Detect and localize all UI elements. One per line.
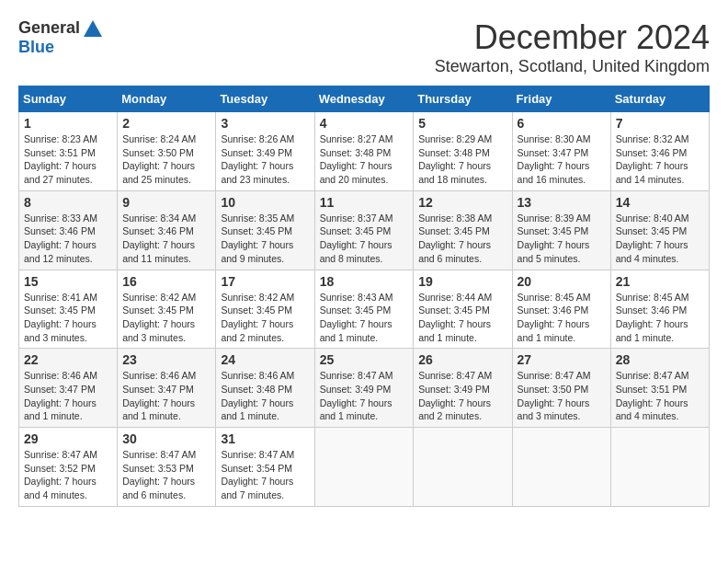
day-info: Sunrise: 8:47 AM Sunset: 3:53 PM Dayligh… xyxy=(122,448,210,502)
sunset-text: Sunset: 3:45 PM xyxy=(320,304,392,316)
sunrise-text: Sunrise: 8:45 AM xyxy=(616,292,689,303)
day-number: 18 xyxy=(320,274,409,289)
sunset-text: Sunset: 3:50 PM xyxy=(518,384,589,395)
daylight-text: Daylight: 7 hours and 1 minute. xyxy=(616,318,688,343)
day-number: 9 xyxy=(122,195,210,210)
day-info: Sunrise: 8:46 AM Sunset: 3:47 PM Dayligh… xyxy=(122,369,210,423)
daylight-text: Daylight: 7 hours and 18 minutes. xyxy=(418,160,491,185)
day-number: 8 xyxy=(24,195,112,210)
day-info: Sunrise: 8:42 AM Sunset: 3:45 PM Dayligh… xyxy=(122,291,210,345)
calendar-cell: 10 Sunrise: 8:35 AM Sunset: 3:45 PM Dayl… xyxy=(216,190,314,270)
daylight-text: Daylight: 7 hours and 1 minute. xyxy=(418,318,491,343)
calendar-cell: 26 Sunrise: 8:47 AM Sunset: 3:49 PM Dayl… xyxy=(414,349,512,428)
sunset-text: Sunset: 3:51 PM xyxy=(24,147,96,158)
day-number: 5 xyxy=(418,116,506,131)
column-header-wednesday: Wednesday xyxy=(314,86,414,112)
sunset-text: Sunset: 3:49 PM xyxy=(221,147,292,158)
sunrise-text: Sunrise: 8:26 AM xyxy=(221,133,294,144)
calendar-week-row: 1 Sunrise: 8:23 AM Sunset: 3:51 PM Dayli… xyxy=(19,112,710,191)
day-info: Sunrise: 8:29 AM Sunset: 3:48 PM Dayligh… xyxy=(418,132,506,187)
calendar-week-row: 15 Sunrise: 8:41 AM Sunset: 3:45 PM Dayl… xyxy=(19,270,710,349)
day-number: 7 xyxy=(616,116,704,131)
sunset-text: Sunset: 3:47 PM xyxy=(518,147,589,158)
calendar-cell: 21 Sunrise: 8:45 AM Sunset: 3:46 PM Dayl… xyxy=(610,270,709,349)
sunset-text: Sunset: 3:46 PM xyxy=(24,225,96,236)
sunset-text: Sunset: 3:46 PM xyxy=(616,147,688,158)
day-number: 11 xyxy=(320,195,409,210)
day-info: Sunrise: 8:40 AM Sunset: 3:45 PM Dayligh… xyxy=(616,212,704,266)
day-number: 23 xyxy=(122,352,210,367)
sunset-text: Sunset: 3:51 PM xyxy=(616,384,688,395)
calendar-cell: 24 Sunrise: 8:46 AM Sunset: 3:48 PM Dayl… xyxy=(216,349,314,428)
day-info: Sunrise: 8:44 AM Sunset: 3:45 PM Dayligh… xyxy=(418,291,506,345)
day-info: Sunrise: 8:38 AM Sunset: 3:45 PM Dayligh… xyxy=(418,212,506,266)
sunrise-text: Sunrise: 8:40 AM xyxy=(616,213,689,224)
calendar-cell: 15 Sunrise: 8:41 AM Sunset: 3:45 PM Dayl… xyxy=(19,270,118,349)
sunrise-text: Sunrise: 8:46 AM xyxy=(221,370,294,381)
daylight-text: Daylight: 7 hours and 2 minutes. xyxy=(221,318,293,343)
daylight-text: Daylight: 7 hours and 3 minutes. xyxy=(24,318,97,343)
calendar-cell: 6 Sunrise: 8:30 AM Sunset: 3:47 PM Dayli… xyxy=(512,112,610,191)
day-number: 30 xyxy=(122,431,210,446)
daylight-text: Daylight: 7 hours and 7 minutes. xyxy=(221,476,293,500)
daylight-text: Daylight: 7 hours and 6 minutes. xyxy=(122,476,195,500)
day-number: 19 xyxy=(418,274,506,289)
title-section: December 2024 Stewarton, Scotland, Unite… xyxy=(435,18,710,76)
day-number: 16 xyxy=(122,274,210,289)
day-number: 28 xyxy=(616,352,704,367)
day-info: Sunrise: 8:45 AM Sunset: 3:46 PM Dayligh… xyxy=(616,291,704,345)
calendar-cell: 28 Sunrise: 8:47 AM Sunset: 3:51 PM Dayl… xyxy=(610,349,709,428)
sunrise-text: Sunrise: 8:42 AM xyxy=(221,292,294,303)
calendar-cell: 30 Sunrise: 8:47 AM Sunset: 3:53 PM Dayl… xyxy=(118,428,216,507)
daylight-text: Daylight: 7 hours and 3 minutes. xyxy=(122,318,195,343)
calendar-cell: 19 Sunrise: 8:44 AM Sunset: 3:45 PM Dayl… xyxy=(414,270,512,349)
daylight-text: Daylight: 7 hours and 1 minute. xyxy=(320,397,392,422)
calendar-cell: 14 Sunrise: 8:40 AM Sunset: 3:45 PM Dayl… xyxy=(610,190,709,270)
calendar-week-row: 22 Sunrise: 8:46 AM Sunset: 3:47 PM Dayl… xyxy=(19,349,710,428)
sunrise-text: Sunrise: 8:47 AM xyxy=(518,370,591,381)
sunset-text: Sunset: 3:46 PM xyxy=(518,304,589,316)
calendar-cell: 27 Sunrise: 8:47 AM Sunset: 3:50 PM Dayl… xyxy=(512,349,610,428)
sunset-text: Sunset: 3:47 PM xyxy=(24,384,96,395)
calendar-cell xyxy=(610,428,709,507)
calendar-header-row: SundayMondayTuesdayWednesdayThursdayFrid… xyxy=(19,86,710,112)
day-number: 10 xyxy=(221,195,309,210)
daylight-text: Daylight: 7 hours and 9 minutes. xyxy=(221,239,293,264)
day-number: 15 xyxy=(24,274,112,289)
day-number: 20 xyxy=(518,274,606,289)
day-info: Sunrise: 8:47 AM Sunset: 3:54 PM Dayligh… xyxy=(221,448,309,502)
sunset-text: Sunset: 3:48 PM xyxy=(320,147,392,158)
day-number: 27 xyxy=(518,352,606,367)
day-number: 13 xyxy=(518,195,606,210)
calendar-cell: 2 Sunrise: 8:24 AM Sunset: 3:50 PM Dayli… xyxy=(118,112,216,191)
daylight-text: Daylight: 7 hours and 4 minutes. xyxy=(24,476,97,500)
sunrise-text: Sunrise: 8:44 AM xyxy=(418,292,492,303)
day-info: Sunrise: 8:47 AM Sunset: 3:49 PM Dayligh… xyxy=(320,369,409,423)
logo-triangle-icon xyxy=(84,20,102,37)
calendar-cell: 11 Sunrise: 8:37 AM Sunset: 3:45 PM Dayl… xyxy=(314,190,414,270)
column-header-friday: Friday xyxy=(512,86,610,112)
daylight-text: Daylight: 7 hours and 3 minutes. xyxy=(518,397,590,422)
sunset-text: Sunset: 3:50 PM xyxy=(122,147,194,158)
sunrise-text: Sunrise: 8:38 AM xyxy=(418,213,492,224)
daylight-text: Daylight: 7 hours and 1 minute. xyxy=(221,397,293,422)
day-info: Sunrise: 8:39 AM Sunset: 3:45 PM Dayligh… xyxy=(518,212,606,266)
day-number: 12 xyxy=(418,195,506,210)
sunrise-text: Sunrise: 8:34 AM xyxy=(122,213,196,224)
day-number: 24 xyxy=(221,352,309,367)
calendar-cell: 1 Sunrise: 8:23 AM Sunset: 3:51 PM Dayli… xyxy=(19,112,118,191)
column-header-sunday: Sunday xyxy=(19,86,118,112)
day-number: 25 xyxy=(320,352,409,367)
calendar-week-row: 29 Sunrise: 8:47 AM Sunset: 3:52 PM Dayl… xyxy=(19,428,710,507)
day-info: Sunrise: 8:47 AM Sunset: 3:49 PM Dayligh… xyxy=(418,369,506,423)
sunset-text: Sunset: 3:45 PM xyxy=(221,304,292,316)
sunset-text: Sunset: 3:45 PM xyxy=(418,225,490,236)
sunrise-text: Sunrise: 8:37 AM xyxy=(320,213,393,224)
column-header-tuesday: Tuesday xyxy=(216,86,314,112)
daylight-text: Daylight: 7 hours and 1 minute. xyxy=(24,397,97,422)
calendar-cell: 29 Sunrise: 8:47 AM Sunset: 3:52 PM Dayl… xyxy=(19,428,118,507)
day-info: Sunrise: 8:46 AM Sunset: 3:47 PM Dayligh… xyxy=(24,369,112,423)
sunset-text: Sunset: 3:47 PM xyxy=(122,384,194,395)
sunset-text: Sunset: 3:49 PM xyxy=(320,384,392,395)
daylight-text: Daylight: 7 hours and 2 minutes. xyxy=(418,397,491,422)
